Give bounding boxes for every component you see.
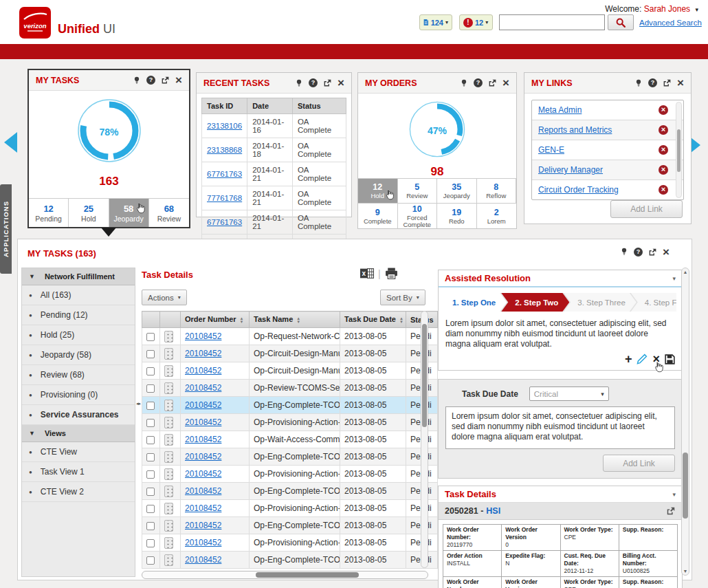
row-menu-button[interactable] bbox=[164, 486, 173, 497]
carousel-left-arrow-icon[interactable] bbox=[4, 132, 17, 153]
row-menu-button[interactable] bbox=[164, 382, 173, 394]
scroll-down-icon[interactable]: ▼ bbox=[682, 569, 689, 574]
expand-icon[interactable] bbox=[161, 76, 170, 85]
expand-icon[interactable] bbox=[323, 78, 332, 87]
table-row[interactable]: 20108452Op-Eng-Complete-TCOMS2013-08-05P… bbox=[142, 448, 438, 466]
help-icon[interactable]: ? bbox=[146, 76, 155, 85]
stat-complete[interactable]: 9 Complete bbox=[358, 204, 398, 228]
table-row[interactable]: 20108452Op-Wait-Access-Commit-P2013-08-0… bbox=[142, 431, 438, 448]
task-id-link[interactable]: 23138106 bbox=[207, 122, 242, 130]
my-link[interactable]: Delivery Manager bbox=[538, 165, 603, 175]
edit-pencil-icon[interactable] bbox=[637, 353, 648, 364]
table-row[interactable]: 20108452Op-Eng-Complete-TCOMS2013-08-05P… bbox=[142, 483, 438, 500]
row-checkbox[interactable] bbox=[146, 419, 155, 427]
table-row[interactable]: 20108452Op-Circuit-Design-Manual2013-08-… bbox=[142, 362, 438, 380]
my-link[interactable]: Meta Admin bbox=[538, 105, 582, 115]
row-menu-button[interactable] bbox=[164, 503, 173, 514]
order-number-link[interactable]: 20108452 bbox=[185, 400, 221, 410]
export-excel-icon[interactable]: x bbox=[360, 268, 374, 279]
sidebar-item-all[interactable]: ●All (163) bbox=[22, 285, 135, 305]
lightbulb-icon[interactable] bbox=[133, 76, 141, 85]
help-icon[interactable]: ? bbox=[648, 78, 657, 87]
collapse-caret-icon[interactable]: ▾ bbox=[672, 491, 676, 498]
row-checkbox[interactable] bbox=[146, 350, 155, 358]
delete-link-icon[interactable]: × bbox=[659, 185, 668, 195]
sidebar-item-provisioning[interactable]: ●Provisioning (0) bbox=[22, 385, 135, 405]
close-icon[interactable]: × bbox=[175, 76, 182, 85]
row-checkbox[interactable] bbox=[146, 522, 155, 530]
add-icon[interactable]: + bbox=[625, 353, 632, 364]
stat-redo[interactable]: 19 Redo bbox=[437, 204, 477, 228]
row-checkbox[interactable] bbox=[146, 488, 155, 496]
row-checkbox[interactable] bbox=[146, 453, 155, 461]
collapse-caret-icon[interactable]: ▾ bbox=[672, 275, 676, 282]
lightbulb-icon[interactable] bbox=[634, 78, 643, 88]
table-row[interactable]: 20108452Op-Provisioning-Action-Re2013-08… bbox=[142, 534, 438, 552]
scrollbar-thumb[interactable] bbox=[683, 453, 688, 519]
step-three[interactable]: 3. Step Three bbox=[564, 293, 636, 312]
close-icon[interactable]: × bbox=[663, 248, 670, 257]
row-menu-button[interactable] bbox=[164, 554, 173, 566]
column-header-task-name[interactable]: Task Name▲▼ bbox=[250, 312, 340, 328]
row-checkbox[interactable] bbox=[146, 384, 155, 393]
print-icon[interactable] bbox=[385, 268, 398, 279]
row-menu-button[interactable] bbox=[164, 331, 173, 342]
column-header-task-due-date[interactable]: Task Due Date▲▼ bbox=[340, 312, 406, 328]
column-header[interactable]: Task ID bbox=[202, 98, 247, 114]
table-vertical-scrollbar[interactable] bbox=[421, 311, 428, 568]
close-icon[interactable]: × bbox=[677, 78, 684, 87]
sidebar-item-cte-view-2[interactable]: ●CTE View 2 bbox=[22, 482, 135, 502]
expand-icon[interactable] bbox=[666, 506, 676, 516]
stat-review[interactable]: 68 Review bbox=[149, 199, 189, 227]
delete-icon[interactable]: × bbox=[652, 353, 660, 364]
table-row[interactable]: 20108452Op-Request-Network-Canc2013-08-0… bbox=[142, 328, 438, 345]
stat-jeopardy-selected[interactable]: 58 Jeopardy bbox=[109, 199, 149, 227]
stat-review[interactable]: 5 Review bbox=[398, 179, 438, 204]
user-menu[interactable]: Welcome: Sarah Jones ▾ bbox=[605, 4, 698, 14]
row-checkbox[interactable] bbox=[146, 402, 155, 410]
row-menu-button[interactable] bbox=[164, 348, 173, 360]
close-icon[interactable]: × bbox=[502, 78, 509, 87]
sidebar-item-service-assurances[interactable]: ●Service Assurances bbox=[22, 405, 135, 425]
sidebar-item-task-view-1[interactable]: ●Task View 1 bbox=[22, 462, 135, 482]
lightbulb-icon[interactable] bbox=[460, 78, 468, 88]
row-checkbox[interactable] bbox=[146, 539, 155, 547]
order-number-link[interactable]: 20108452 bbox=[185, 417, 221, 427]
order-number-link[interactable]: 20108452 bbox=[185, 435, 221, 444]
documents-badge-dropdown[interactable]: 124 ▾ bbox=[419, 14, 452, 30]
row-menu-button[interactable] bbox=[164, 451, 173, 463]
stat-pending[interactable]: 12 Pending bbox=[29, 199, 69, 227]
order-number-link[interactable]: 20108452 bbox=[185, 452, 221, 461]
sidebar-item-review[interactable]: ●Review (68) bbox=[22, 365, 135, 385]
search-input[interactable] bbox=[499, 14, 605, 30]
row-menu-button[interactable] bbox=[164, 400, 173, 411]
order-number-link[interactable]: 20108452 bbox=[185, 486, 221, 496]
select-all-header[interactable] bbox=[142, 312, 160, 328]
delete-link-icon[interactable]: × bbox=[659, 165, 668, 175]
order-number-link[interactable]: 20108452 bbox=[185, 469, 221, 479]
stat-forced-complete[interactable]: 10 Forced Complete bbox=[398, 204, 438, 228]
splitter-handle[interactable]: ◂▸ bbox=[136, 402, 141, 406]
expand-icon[interactable] bbox=[648, 248, 657, 257]
sidebar-group-views[interactable]: ▼ Views bbox=[22, 425, 135, 442]
table-row[interactable]: 20108452Op-Eng-Complete-TCOMS2013-08-05P… bbox=[142, 552, 438, 569]
row-menu-button[interactable] bbox=[164, 434, 173, 446]
help-icon[interactable]: ? bbox=[634, 248, 643, 257]
delete-link-icon[interactable]: × bbox=[659, 105, 668, 115]
sidebar-item-cte-view[interactable]: ●CTE View bbox=[22, 442, 135, 462]
panel-vertical-scrollbar[interactable]: ▲ ▼ bbox=[681, 268, 689, 576]
scrollbar-thumb[interactable] bbox=[256, 572, 359, 578]
sort-by-dropdown[interactable]: Sort By ▾ bbox=[380, 290, 425, 305]
close-icon[interactable]: × bbox=[338, 78, 344, 87]
order-number-link[interactable]: 20108452 bbox=[185, 503, 221, 513]
step-two-active[interactable]: 2. Step Two bbox=[501, 293, 569, 312]
table-row[interactable]: 20108452Op-Circuit-Design-Manual2013-08-… bbox=[142, 345, 438, 362]
order-number-link[interactable]: 20108452 bbox=[185, 555, 221, 565]
row-menu-button[interactable] bbox=[164, 537, 173, 549]
row-checkbox[interactable] bbox=[146, 505, 155, 513]
order-number-link[interactable]: 20108452 bbox=[185, 366, 221, 375]
my-link[interactable]: GEN-E bbox=[538, 145, 564, 155]
sidebar-group-network-fulfillment[interactable]: ▼ Network Fulfillment bbox=[22, 268, 135, 285]
sidebar-item-hold[interactable]: ●Hold (25) bbox=[22, 325, 135, 345]
order-number-link[interactable]: 20108452 bbox=[185, 538, 221, 547]
